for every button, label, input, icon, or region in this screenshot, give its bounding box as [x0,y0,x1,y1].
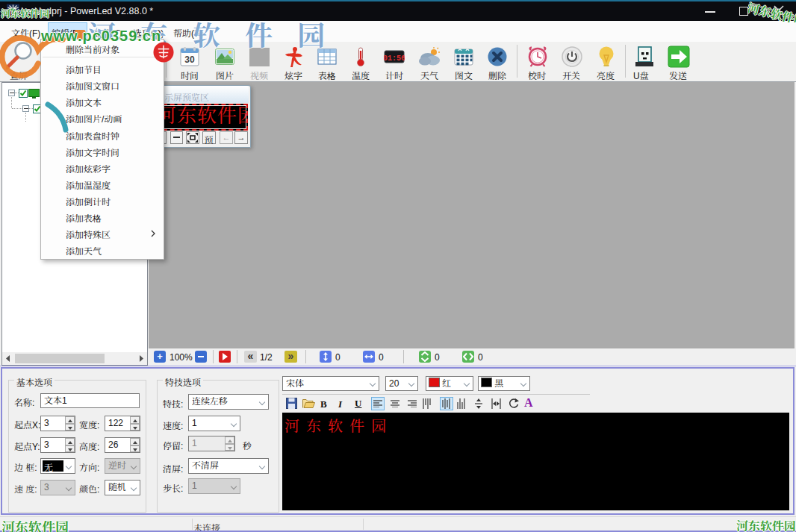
svg-text:01:56: 01:56 [384,54,405,63]
svg-text:30: 30 [184,54,195,65]
